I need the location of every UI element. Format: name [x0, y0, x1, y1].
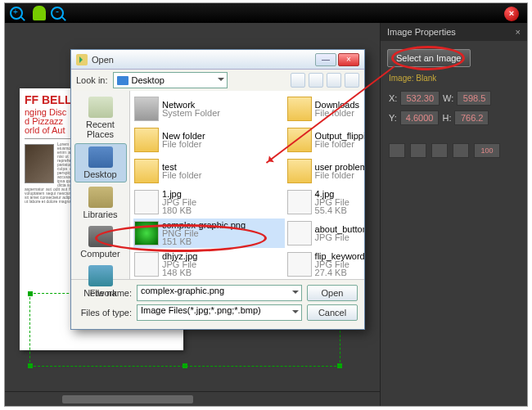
file-type: File folder [162, 171, 201, 179]
android-icon[interactable] [33, 6, 46, 20]
file-type: File folder [162, 140, 205, 148]
file-item[interactable]: NetworkSystem Folder [133, 94, 285, 124]
dialog-toolbar: Look in: Desktop [71, 70, 364, 91]
file-thumb [287, 159, 312, 183]
w-value[interactable]: 598.5 [457, 91, 491, 106]
place-label: Libraries [74, 210, 127, 219]
h-value[interactable]: 766.2 [454, 110, 489, 125]
open-icon [76, 54, 88, 65]
dialog-titlebar[interactable]: Open — × [71, 50, 364, 70]
file-type: File folder [315, 140, 364, 148]
file-item[interactable]: complex-graphic.pngPNG File151 KB [133, 219, 285, 248]
file-size: 151 KB [162, 237, 246, 246]
open-dialog: Open — × Look in: Desktop Recent PlacesD… [70, 49, 365, 330]
place-comp[interactable]: Computer [74, 223, 127, 261]
recent-icon [88, 97, 113, 118]
net-icon [88, 265, 113, 286]
back-icon[interactable] [291, 73, 305, 88]
file-item[interactable]: flip_keywords.jpgJPG File27.4 KB [286, 250, 364, 279]
x-label: X: [389, 93, 397, 103]
lookin-value: Desktop [132, 75, 165, 85]
file-size: 180 KB [162, 206, 196, 214]
align-center-icon[interactable] [410, 143, 426, 158]
desktop-icon [88, 146, 113, 168]
fit-icon[interactable] [453, 143, 469, 158]
file-thumb [134, 252, 159, 277]
align-right-icon[interactable] [431, 143, 448, 158]
file-item[interactable]: Output_flipping_filesFile folder [286, 125, 364, 155]
file-type: System Folder [162, 109, 220, 117]
file-item[interactable]: DownloadsFile folder [286, 94, 364, 124]
portrait-image [25, 144, 54, 183]
align-left-icon[interactable] [389, 143, 405, 158]
places-bar: Recent PlacesDesktopLibrariesComputerNet… [71, 91, 130, 279]
zoom-in-icon[interactable] [10, 7, 23, 20]
place-lib[interactable]: Libraries [74, 184, 127, 222]
minimize-button[interactable]: — [315, 53, 336, 66]
file-item[interactable]: about_button.jpgJPG File [286, 219, 364, 248]
panel-title: Image Properties [387, 27, 456, 37]
file-item[interactable]: testFile folder [133, 156, 285, 186]
file-item[interactable]: 4.jpgJPG File55.4 KB [286, 187, 364, 217]
lib-icon [88, 187, 113, 208]
folder-icon [117, 76, 128, 85]
file-thumb [287, 221, 312, 246]
open-button[interactable]: Open [307, 285, 358, 301]
h-label: H: [442, 113, 451, 123]
x-value[interactable]: 532.30 [400, 91, 440, 106]
file-size: 27.4 KB [315, 268, 364, 277]
w-label: W: [443, 93, 453, 103]
file-item[interactable]: 1.jpgJPG File180 KB [133, 187, 285, 217]
place-desktop[interactable]: Desktop [74, 143, 127, 182]
place-label: Desktop [75, 169, 126, 179]
filename-label: File name: [78, 288, 132, 298]
filename-input[interactable]: complex-graphic.png [137, 285, 302, 301]
file-thumb [287, 97, 312, 121]
place-label: Computer [74, 249, 127, 259]
chevron-down-icon [218, 78, 224, 84]
properties-panel: Image Properties × Select an Image Image… [380, 23, 527, 406]
file-thumb [134, 159, 159, 183]
y-label: Y: [389, 113, 397, 123]
file-thumb [134, 97, 159, 121]
select-image-button[interactable]: Select an Image [387, 49, 471, 67]
align-tools: 100 [381, 137, 527, 164]
file-thumb [134, 221, 159, 246]
place-label: Recent Places [74, 119, 127, 139]
file-thumb [287, 252, 312, 277]
comp-icon [88, 226, 113, 247]
file-type: File folder [315, 109, 359, 117]
lookin-combo[interactable]: Desktop [113, 72, 228, 88]
cancel-button[interactable]: Cancel [307, 304, 358, 321]
horizontal-scrollbar[interactable] [5, 391, 380, 406]
file-thumb [287, 128, 312, 152]
file-list[interactable]: NetworkSystem FolderDownloadsFile folder… [130, 91, 364, 279]
app-toolbar: × [5, 3, 527, 23]
close-button[interactable]: × [338, 53, 359, 66]
up-icon[interactable] [309, 73, 323, 88]
file-thumb [287, 190, 312, 214]
panel-header: Image Properties × [381, 23, 527, 41]
dialog-title: Open [92, 55, 313, 65]
file-item[interactable]: dhjyz.jpgJPG File148 KB [133, 250, 285, 279]
file-item[interactable]: New folderFile folder [133, 125, 285, 155]
new-folder-icon[interactable] [327, 73, 341, 88]
lookin-label: Look in: [76, 75, 108, 85]
view-menu-icon[interactable] [345, 73, 359, 88]
file-type: JPG File [315, 233, 364, 241]
filetype-combo[interactable]: Image Files(*.jpg;*.png;*.bmp) [137, 304, 302, 321]
file-thumb [134, 128, 159, 152]
scale-value[interactable]: 100 [474, 143, 500, 158]
file-size: 148 KB [162, 268, 197, 277]
app-close-button[interactable]: × [504, 7, 519, 21]
zoom-out-icon[interactable] [51, 7, 64, 20]
file-item[interactable]: user problemFile folder [286, 156, 364, 186]
place-recent[interactable]: Recent Places [74, 94, 127, 142]
panel-close-icon[interactable]: × [516, 27, 521, 37]
file-size: 55.4 KB [315, 206, 349, 214]
filetype-label: Files of type: [78, 308, 132, 318]
file-type: File folder [315, 171, 364, 179]
image-status: Image: Blank [381, 72, 527, 84]
y-value[interactable]: 4.6000 [400, 110, 440, 125]
file-thumb [134, 190, 159, 214]
